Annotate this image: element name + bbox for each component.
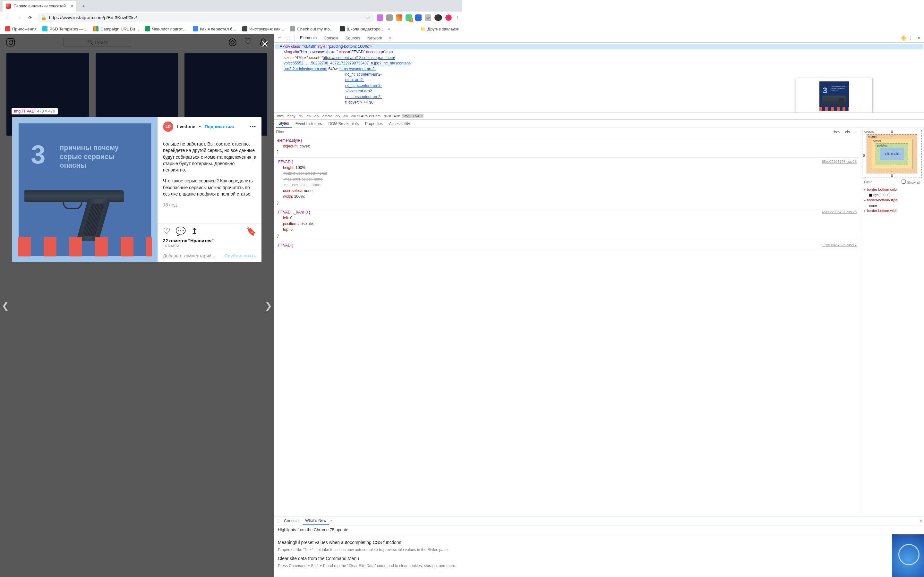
comment-icon[interactable]: 💬 xyxy=(176,226,186,236)
post-modal: 3 причины почему серые сервисы опасны LD… xyxy=(12,117,262,262)
tab-console[interactable]: Console xyxy=(320,34,342,42)
like-icon[interactable]: ♡ xyxy=(163,226,170,236)
close-icon[interactable]: × xyxy=(71,4,73,8)
instagram-favicon xyxy=(6,3,11,9)
extension-icon[interactable] xyxy=(415,15,422,21)
likes-count[interactable]: 22 отметок "Нравится" xyxy=(163,238,256,243)
device-mode-icon[interactable]: ▢ xyxy=(284,35,292,40)
comment-input[interactable]: Добавьте комментарий... xyxy=(163,253,224,258)
apps-button[interactable]: Приложения xyxy=(3,25,39,33)
tab-strip: Сервис аналитики соцсетей × + xyxy=(0,0,462,11)
inspect-tool-icon[interactable]: ▭ xyxy=(275,35,284,40)
tab-elements[interactable]: Elements xyxy=(297,34,320,42)
reload-button[interactable]: ⟳ xyxy=(26,13,35,22)
save-icon[interactable]: 🔖 xyxy=(246,226,256,236)
post-header: LD livedune • Подписаться ••• xyxy=(158,117,262,136)
comment-form: Добавьте комментарий... Опубликовать xyxy=(158,249,262,262)
lock-icon: 🔒 xyxy=(41,15,47,20)
relative-time: 15 нед. xyxy=(163,202,178,207)
elements-tree[interactable]: ▼<div class="KL4Bh" style="padding-botto… xyxy=(274,43,462,113)
extension-icon[interactable] xyxy=(386,15,393,21)
image-headline: причины почему серые сервисы опасны xyxy=(60,143,119,170)
tabs-overflow[interactable]: » xyxy=(386,34,395,42)
tab-accessibility[interactable]: Accessibility xyxy=(387,119,413,127)
back-button[interactable]: ← xyxy=(3,13,11,22)
more-options-icon[interactable]: ••• xyxy=(250,124,256,129)
tab-title: Сервис аналитики соцсетей xyxy=(13,4,66,8)
extension-icon[interactable] xyxy=(396,15,402,21)
gun-illustration xyxy=(24,187,146,245)
bookmark-item[interactable]: Школа редакторо… xyxy=(337,25,387,33)
browser-chrome: Сервис аналитики соцсетей × + ← → ⟳ 🔒 ht… xyxy=(0,0,462,34)
bookmark-item[interactable]: Как я перестал б… xyxy=(190,25,239,33)
browser-tab[interactable]: Сервис аналитики соцсетей × xyxy=(3,1,76,11)
stripes-decoration xyxy=(18,237,152,256)
new-tab-button[interactable]: + xyxy=(79,2,88,11)
menu-icon[interactable]: ⋮ xyxy=(455,15,459,20)
bookmark-item[interactable]: PSD Templates —… xyxy=(40,25,90,33)
devtools-tabs: ▭ ▢ Elements Console Sources Network » 1… xyxy=(274,34,462,43)
styles-tab-bar: Styles Event Listeners DOM Breakpoints P… xyxy=(274,119,462,128)
apps-icon xyxy=(5,26,10,31)
bookmark-item[interactable]: Campaign URL Bu… xyxy=(91,25,142,33)
url-text: https://www.instagram.com/p/Bu-3KuwF0kv/ xyxy=(49,15,137,20)
share-icon[interactable]: ↥ xyxy=(191,226,198,236)
page-content: 🔍 Поиск LIVEDUNE LIVEDUNE LIVEDUNE ✕ ❮ ❯… xyxy=(0,34,274,288)
bookmark-icon xyxy=(290,26,295,31)
element-inspector-tooltip: img.FFVAD 470 × 470 xyxy=(11,108,58,114)
bookmark-icon xyxy=(193,26,198,31)
post-image-content: 3 причины почему серые сервисы опасны xyxy=(18,123,152,256)
tab-sources[interactable]: Sources xyxy=(342,34,363,42)
post-caption: больше не работает. Вы, соответственно, … xyxy=(158,136,262,223)
post-sidebar: LD livedune • Подписаться ••• больше не … xyxy=(158,117,262,262)
extensions: 10 ⋮ xyxy=(376,15,459,21)
bookmark-item[interactable]: Check out my mo… xyxy=(288,25,336,33)
post-date: 14 МАРТА xyxy=(163,244,256,248)
post-actions: ♡ 💬 ↥ 🔖 22 отметок "Нравится" 14 МАРТА xyxy=(158,223,262,249)
devtools-panel: ▭ ▢ Elements Console Sources Network » 1… xyxy=(274,34,462,288)
bookmark-star-icon[interactable]: ☆ xyxy=(366,15,370,20)
styles-rules[interactable]: :hov .cls + element.style { object-fit: … xyxy=(274,128,462,288)
styles-panel: :hov .cls + element.style { object-fit: … xyxy=(274,128,462,288)
extension-icon[interactable]: 10 xyxy=(425,15,431,21)
follow-button[interactable]: Подписаться xyxy=(205,124,234,129)
styles-filter-input[interactable] xyxy=(276,130,462,134)
bookmark-icon xyxy=(145,26,150,31)
tab-styles[interactable]: Styles xyxy=(276,119,292,127)
bookmark-icon xyxy=(94,26,99,31)
extension-icon[interactable] xyxy=(376,15,383,21)
tab-properties[interactable]: Properties xyxy=(363,119,385,127)
avatar[interactable]: LD xyxy=(163,121,173,132)
extension-icon[interactable] xyxy=(435,15,442,21)
folder-icon: 📁 xyxy=(420,27,425,31)
bookmark-icon xyxy=(340,26,345,31)
publish-button[interactable]: Опубликовать xyxy=(224,253,256,258)
bookmark-icon xyxy=(42,26,47,31)
bookmark-icon xyxy=(242,26,247,31)
bookmark-item[interactable]: Инструкция: как… xyxy=(240,25,287,33)
forward-button[interactable]: → xyxy=(14,13,23,22)
other-bookmarks[interactable]: 📁 Другие закладки xyxy=(420,27,459,31)
post-image-highlighted[interactable]: 3 причины почему серые сервисы опасны xyxy=(12,117,158,262)
tab-network[interactable]: Network xyxy=(364,34,385,42)
toolbar: ← → ⟳ 🔒 https://www.instagram.com/p/Bu-3… xyxy=(0,11,462,24)
profile-avatar[interactable] xyxy=(445,15,452,21)
bookmark-item[interactable]: Чек-лист подгот… xyxy=(142,25,190,33)
bookmarks-overflow[interactable]: » xyxy=(388,27,390,31)
tab-dom-breakpoints[interactable]: DOM Breakpoints xyxy=(326,119,361,127)
bookmarks-bar: Приложения PSD Templates —… Campaign URL… xyxy=(0,24,462,34)
extension-icon[interactable] xyxy=(405,15,412,21)
dom-breadcrumbs[interactable]: htmlbodydivdivdivarticledivdivdiv.eLAPa.… xyxy=(274,113,462,119)
username-link[interactable]: livedune xyxy=(177,124,195,129)
tab-event-listeners[interactable]: Event Listeners xyxy=(293,119,325,127)
close-modal-icon[interactable]: ✕ xyxy=(261,39,269,50)
address-bar[interactable]: 🔒 https://www.instagram.com/p/Bu-3KuwF0k… xyxy=(37,13,374,23)
